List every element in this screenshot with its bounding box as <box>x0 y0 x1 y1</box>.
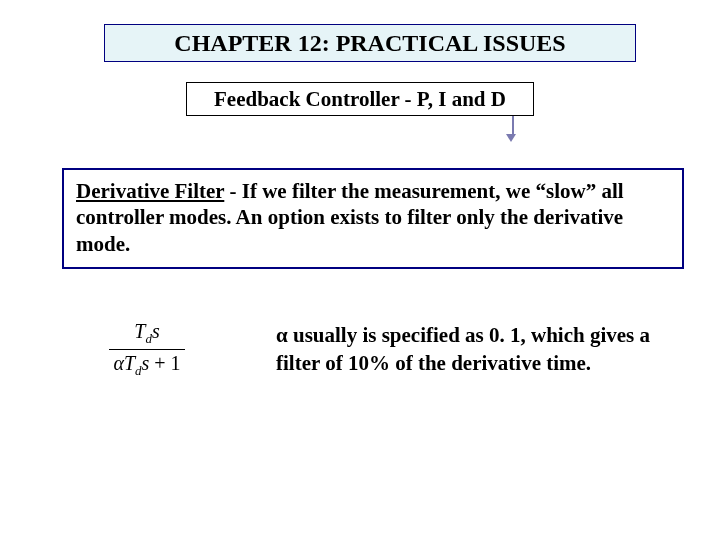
bottom-row: Tds αTds + 1 α usually is specified as 0… <box>62 320 672 379</box>
arrow-down-icon <box>510 116 516 142</box>
alpha-note: α usually is specified as 0. 1, which gi… <box>232 322 672 377</box>
chapter-title: CHAPTER 12: PRACTICAL ISSUES <box>104 24 636 62</box>
formula-numerator: Tds <box>62 320 232 349</box>
note-text: usually is specified as 0. 1, which give… <box>276 323 650 374</box>
body-heading: Derivative Filter <box>76 179 224 203</box>
body-box: Derivative Filter - If we filter the mea… <box>62 168 684 269</box>
tds-num: Tds <box>134 320 159 342</box>
subtitle: Feedback Controller - P, I and D <box>186 82 534 116</box>
formula-denominator: αTds + 1 <box>62 350 232 379</box>
alpha-icon: α <box>276 323 288 347</box>
formula: Tds αTds + 1 <box>62 320 232 379</box>
